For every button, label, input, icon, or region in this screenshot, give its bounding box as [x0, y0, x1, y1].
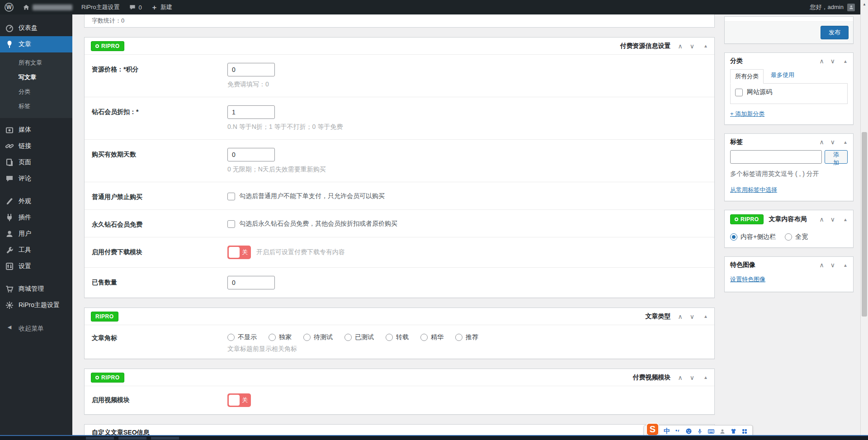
- radio-option-tested[interactable]: 已测试: [344, 333, 374, 341]
- publish-button[interactable]: 发布: [821, 26, 849, 39]
- vip-discount-input[interactable]: [227, 105, 275, 119]
- wordpress-menu[interactable]: W: [5, 3, 14, 12]
- sidebar-item-ripro-settings[interactable]: RiPro主题设置: [0, 297, 72, 313]
- scroll-up-icon[interactable]: ▲: [861, 2, 868, 6]
- sidebar-item-posts[interactable]: 文章: [0, 36, 72, 52]
- move-up-icon[interactable]: ∧: [820, 139, 824, 145]
- forbid-normal-user-option[interactable]: 勾选后普通用户不能下单支付，只允许会员可以购买: [227, 190, 707, 200]
- submenu-all-posts[interactable]: 所有文章: [0, 56, 72, 70]
- panel-toggle-icon[interactable]: ▲: [703, 314, 708, 319]
- sidebar-item-shop[interactable]: 商城管理: [0, 281, 72, 297]
- radio-unchecked[interactable]: [420, 334, 428, 341]
- move-down-icon[interactable]: ∨: [830, 262, 835, 268]
- tab-most-used[interactable]: 最多使用: [771, 71, 794, 83]
- taskbar-window-chip[interactable]: [118, 437, 146, 440]
- radio-checked[interactable]: [730, 233, 737, 241]
- radio-option-to-test[interactable]: 待测试: [303, 333, 333, 341]
- browser-scrollbar[interactable]: ▲: [860, 0, 868, 440]
- radio-unchecked[interactable]: [227, 334, 235, 341]
- panel-toggle-icon[interactable]: ▲: [843, 263, 848, 268]
- vip-free-option[interactable]: 勾选后永久钻石会员免费，其他会员按折扣或者原价购买: [227, 218, 707, 228]
- checkbox-unchecked[interactable]: [735, 89, 743, 96]
- sidebar-item-dashboard[interactable]: 仪表盘: [0, 20, 72, 36]
- person-icon[interactable]: [719, 428, 726, 435]
- submenu-tags[interactable]: 标签: [0, 99, 72, 114]
- radio-option-content-sidebar[interactable]: 内容+侧边栏: [730, 233, 776, 241]
- radio-option-recommend[interactable]: 推荐: [455, 333, 478, 341]
- keyboard-icon[interactable]: [708, 428, 715, 435]
- punctuation-icon[interactable]: [675, 428, 681, 435]
- checkbox-unchecked[interactable]: [227, 193, 235, 200]
- sidebar-item-pages[interactable]: 页面: [0, 154, 72, 170]
- validity-days-input[interactable]: [227, 148, 275, 161]
- panel-toggle-icon[interactable]: ▲: [703, 43, 708, 48]
- radio-unchecked[interactable]: [344, 334, 352, 341]
- submenu-new-post[interactable]: 写文章: [0, 70, 72, 85]
- move-up-icon[interactable]: ∧: [820, 58, 824, 64]
- collapse-menu-button[interactable]: ◀ 收起菜单: [0, 321, 72, 337]
- checkbox-unchecked[interactable]: [227, 220, 235, 228]
- move-down-icon[interactable]: ∨: [830, 216, 835, 222]
- emoji-icon[interactable]: [685, 428, 692, 435]
- sogou-logo-icon[interactable]: S: [646, 423, 659, 436]
- radio-option-none[interactable]: 不显示: [227, 333, 257, 341]
- move-down-icon[interactable]: ∨: [690, 43, 694, 49]
- panel-toggle-icon[interactable]: ▲: [703, 375, 708, 380]
- video-toggle-off[interactable]: 关: [227, 393, 251, 407]
- set-featured-image-link[interactable]: 设置特色图像: [730, 275, 765, 284]
- skin-icon[interactable]: [730, 428, 737, 435]
- choose-from-tags-link[interactable]: 从常用标签中选择: [730, 186, 777, 194]
- move-down-icon[interactable]: ∨: [690, 313, 694, 320]
- chinese-mode-icon[interactable]: 中: [664, 427, 670, 435]
- move-down-icon[interactable]: ∨: [830, 58, 835, 64]
- howdy-greeting[interactable]: 您好，admin: [810, 3, 844, 11]
- radio-unchecked[interactable]: [785, 233, 792, 241]
- sidebar-item-links[interactable]: 链接: [0, 138, 72, 154]
- radio-option-repost[interactable]: 转载: [386, 333, 409, 341]
- move-up-icon[interactable]: ∧: [678, 374, 683, 381]
- resource-price-input[interactable]: [227, 63, 275, 76]
- adminbar-ripro-settings[interactable]: RiPro主题设置: [81, 3, 120, 11]
- move-up-icon[interactable]: ∧: [678, 43, 683, 49]
- paid-download-toggle-off[interactable]: 关: [227, 246, 251, 259]
- submenu-categories[interactable]: 分类: [0, 85, 72, 99]
- move-up-icon[interactable]: ∧: [678, 313, 683, 320]
- sidebar-item-plugins[interactable]: 插件: [0, 209, 72, 226]
- panel-toggle-icon[interactable]: ▲: [843, 217, 848, 222]
- sold-count-input[interactable]: [227, 276, 275, 289]
- sidebar-item-tools[interactable]: 工具: [0, 242, 72, 258]
- add-new-category-link[interactable]: + 添加新分类: [730, 110, 764, 118]
- tab-all-categories[interactable]: 所有分类: [730, 69, 764, 84]
- radio-option-full-width[interactable]: 全宽: [785, 233, 808, 241]
- menu-grid-icon[interactable]: [741, 428, 748, 435]
- scrollbar-thumb[interactable]: [862, 132, 867, 317]
- category-item[interactable]: 网站源码: [735, 88, 843, 96]
- radio-option-featured[interactable]: 精华: [420, 333, 443, 341]
- radio-unchecked[interactable]: [269, 334, 276, 341]
- taskbar-window-chip[interactable]: [151, 437, 179, 440]
- mic-icon[interactable]: [697, 428, 703, 435]
- sidebar-item-settings[interactable]: 设置: [0, 258, 72, 274]
- panel-toggle-icon[interactable]: ▲: [843, 59, 848, 64]
- site-menu[interactable]: [23, 4, 72, 11]
- radio-unchecked[interactable]: [455, 334, 462, 341]
- sidebar-item-users[interactable]: 用户: [0, 226, 72, 242]
- panel-toggle-icon[interactable]: ▲: [843, 140, 848, 145]
- move-up-icon[interactable]: ∧: [820, 262, 824, 268]
- radio-option-exclusive[interactable]: 独家: [269, 333, 292, 341]
- move-up-icon[interactable]: ∧: [820, 216, 824, 222]
- sidebar-item-appearance[interactable]: 外观: [0, 193, 72, 209]
- move-down-icon[interactable]: ∨: [690, 374, 694, 381]
- radio-unchecked[interactable]: [303, 334, 311, 341]
- sidebar-item-comments[interactable]: 评论: [0, 170, 72, 187]
- new-tag-input[interactable]: [730, 150, 822, 164]
- taskbar-window-chip[interactable]: [86, 437, 114, 440]
- radio-unchecked[interactable]: [386, 334, 393, 341]
- comments-icon: [5, 174, 14, 183]
- add-tag-button[interactable]: 添加: [825, 150, 848, 164]
- move-down-icon[interactable]: ∨: [830, 139, 835, 145]
- adminbar-comments[interactable]: 0: [129, 4, 142, 11]
- sidebar-item-media[interactable]: 媒体: [0, 122, 72, 138]
- windows-taskbar[interactable]: [0, 435, 868, 440]
- adminbar-new[interactable]: ＋ 新建: [151, 3, 172, 12]
